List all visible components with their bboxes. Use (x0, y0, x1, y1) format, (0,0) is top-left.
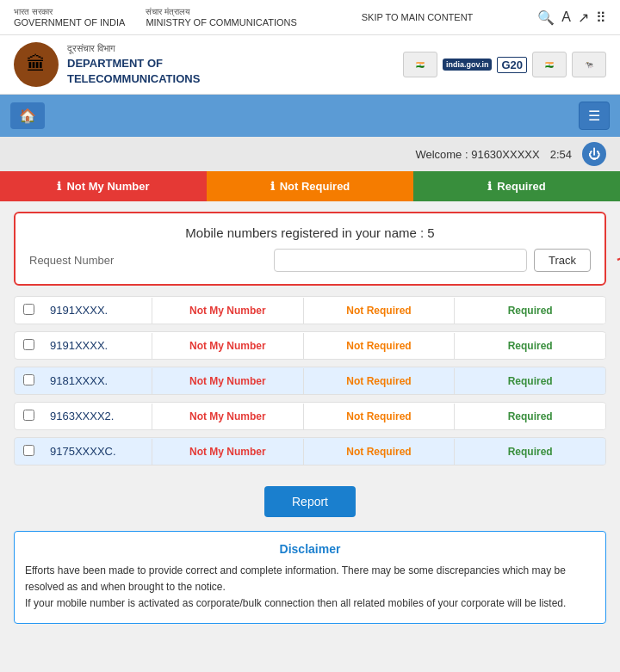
top-bar-left: भारत सरकार GOVERNMENT OF INDIA संचार मंत… (14, 7, 297, 28)
tab-not-my-number[interactable]: ℹ Not My Number (0, 171, 207, 201)
tab-not-required-icon: ℹ (270, 180, 275, 193)
checkbox-5[interactable] (15, 444, 43, 459)
search-icon[interactable]: 🔍 (537, 9, 555, 26)
checkbox-3[interactable] (15, 373, 43, 389)
checkbox-input-3[interactable] (23, 374, 34, 385)
not-required-btn-1[interactable]: Not Required (304, 298, 456, 324)
not-my-number-btn-2[interactable]: Not My Number (152, 333, 304, 359)
top-bar-icons: 🔍 A ↗ ⠿ (537, 9, 606, 26)
report-section: Report (0, 472, 620, 531)
checkbox-4[interactable] (15, 409, 43, 424)
request-number-input[interactable] (274, 249, 527, 272)
not-my-number-btn-5[interactable]: Not My Number (152, 439, 304, 465)
not-required-btn-2[interactable]: Not Required (304, 333, 456, 359)
checkbox-input-2[interactable] (23, 339, 34, 350)
mobile-count-label: Mobile numbers registered in your name :… (29, 225, 591, 240)
checkbox-input-1[interactable] (23, 304, 34, 315)
required-btn-2[interactable]: Required (455, 333, 605, 359)
ministry: संचार मंत्रालय MINISTRY OF COMMUNICATION… (146, 7, 296, 28)
not-required-btn-4[interactable]: Not Required (304, 404, 456, 429)
gov-hindi: भारत सरकार (14, 7, 125, 17)
checkbox-1[interactable] (15, 303, 43, 318)
menu-button[interactable]: ☰ (579, 102, 610, 130)
tab-not-required-label: Not Required (280, 180, 350, 193)
welcome-bar: Welcome : 91630XXXXX 2:54 ⏻ (0, 137, 620, 171)
required-btn-3[interactable]: Required (455, 368, 605, 394)
mobile-box-wrapper: Mobile numbers registered in your name :… (0, 201, 620, 296)
request-row: Request Number Track (29, 249, 591, 272)
share-icon[interactable]: ↗ (578, 9, 589, 26)
dept-hindi: दूरसंचार विभाग (67, 42, 200, 55)
disclaimer-text: Efforts have been made to provide correc… (25, 563, 595, 613)
arrow-indicator (613, 230, 620, 268)
gov-of-india: भारत सरकार GOVERNMENT OF INDIA (14, 7, 125, 28)
home-button[interactable]: 🏠 (10, 102, 45, 129)
tab-not-my-number-icon: ℹ (57, 180, 61, 193)
skip-link[interactable]: SKIP TO MAIN CONTENT (362, 11, 474, 23)
phone-number-2: 9191XXXX. (50, 332, 145, 359)
tab-required[interactable]: ℹ Required (413, 171, 620, 201)
ministry-hindi: संचार मंत्रालय (146, 7, 296, 17)
mobile-numbers-box: Mobile numbers registered in your name :… (14, 212, 606, 286)
india-gov-logo: india.gov.in (443, 59, 492, 71)
phone-actions-2: Not My Number Not Required Required (152, 333, 605, 359)
dept-line1: DEPARTMENT OF (67, 56, 200, 71)
tab-not-my-number-label: Not My Number (66, 180, 149, 193)
tab-required-icon: ℹ (487, 180, 492, 193)
department-name: दूरसंचार विभाग DEPARTMENT OF TELECOMMUNI… (67, 42, 200, 87)
phone-row: 9163XXXX2. Not My Number Not Required Re… (14, 402, 606, 430)
checkbox-input-4[interactable] (23, 410, 34, 421)
phone-number-1: 9191XXXX. (50, 297, 145, 324)
masked-number: XXXXX (502, 148, 539, 161)
phone-actions-5: Not My Number Not Required Required (152, 439, 605, 465)
not-required-btn-5[interactable]: Not Required (304, 439, 456, 465)
phone-number-3: 9181XXXX. (50, 367, 145, 394)
disclaimer-title: Disclaimer (25, 542, 595, 556)
top-bar: भारत सरकार GOVERNMENT OF INDIA संचार मंत… (0, 0, 620, 35)
time-display: 2:54 (550, 148, 572, 161)
phone-actions-1: Not My Number Not Required Required (152, 298, 605, 324)
emblem-icon: 🏛 (27, 53, 46, 76)
required-btn-5[interactable]: Required (455, 439, 605, 465)
partner-logos: 🇮🇳 india.gov.in G20 🇮🇳 🐄 (403, 52, 606, 77)
required-btn-4[interactable]: Required (455, 404, 605, 429)
tab-required-label: Required (497, 180, 545, 193)
extra-logo: 🐄 (572, 52, 606, 77)
amrit-logo: 🇮🇳 (532, 52, 567, 77)
phone-row: 9191XXXX. Not My Number Not Required Req… (14, 296, 606, 324)
disclaimer-box: Disclaimer Efforts have been made to pro… (14, 531, 606, 624)
track-button[interactable]: Track (534, 249, 591, 272)
emblem-logo: 🏛 (14, 42, 59, 87)
report-button[interactable]: Report (264, 486, 356, 517)
dept-line2: TELECOMMUNICATIONS (67, 71, 200, 87)
power-button[interactable]: ⏻ (582, 142, 606, 166)
tab-not-required[interactable]: ℹ Not Required (207, 171, 413, 201)
phone-list: 9191XXXX. Not My Number Not Required Req… (0, 296, 620, 465)
not-my-number-btn-3[interactable]: Not My Number (152, 368, 304, 394)
font-size-icon[interactable]: A (561, 9, 571, 25)
site-header: 🏛 दूरसंचार विभाग DEPARTMENT OF TELECOMMU… (0, 35, 620, 95)
not-my-number-btn-4[interactable]: Not My Number (152, 404, 304, 429)
phone-number-5: 9175XXXXC. (50, 438, 145, 465)
azadi-logo: 🇮🇳 (403, 52, 437, 77)
phone-row: 9175XXXXC. Not My Number Not Required Re… (14, 437, 606, 465)
phone-row: 9191XXXX. Not My Number Not Required Req… (14, 331, 606, 360)
ministry-english: MINISTRY OF COMMUNICATIONS (146, 17, 296, 28)
required-btn-1[interactable]: Required (455, 298, 605, 324)
status-tabs: ℹ Not My Number ℹ Not Required ℹ Require… (0, 171, 620, 201)
checkbox-input-5[interactable] (23, 445, 34, 456)
not-required-btn-3[interactable]: Not Required (304, 368, 456, 394)
phone-row: 9181XXXX. Not My Number Not Required Req… (14, 367, 606, 395)
header-left: 🏛 दूरसंचार विभाग DEPARTMENT OF TELECOMMU… (14, 42, 200, 87)
phone-actions-3: Not My Number Not Required Required (152, 368, 605, 394)
checkbox-2[interactable] (15, 338, 43, 354)
request-number-label: Request Number (29, 254, 267, 267)
not-my-number-btn-1[interactable]: Not My Number (152, 298, 304, 324)
phone-actions-4: Not My Number Not Required Required (152, 404, 605, 429)
gov-english: GOVERNMENT OF INDIA (14, 17, 125, 28)
sitemap-icon[interactable]: ⠿ (596, 9, 606, 26)
welcome-text: Welcome : 91630XXXXX (415, 148, 539, 161)
g20-logo: G20 (497, 57, 527, 73)
phone-number-4: 9163XXXX2. (50, 403, 145, 429)
nav-bar: 🏠 ☰ (0, 95, 620, 137)
